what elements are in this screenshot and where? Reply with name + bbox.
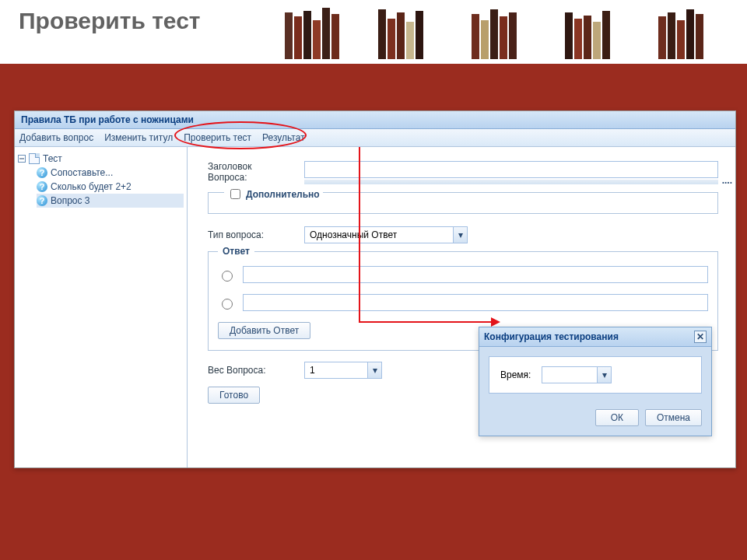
done-button[interactable]: Готово <box>208 387 260 404</box>
window-title: Правила ТБ при работе с ножницами <box>15 111 735 129</box>
additional-checkbox[interactable] <box>230 189 240 199</box>
headline-hint-icon[interactable]: .... <box>722 175 732 186</box>
toolbar-edit-title[interactable]: Изменить титул <box>104 132 173 143</box>
close-icon[interactable]: ✕ <box>694 331 707 343</box>
answers-caption: Ответ <box>218 246 254 257</box>
tree-item-label: Сопоставьте... <box>51 167 113 178</box>
answer-radio[interactable] <box>222 299 233 310</box>
toolbar-add-question[interactable]: Добавить вопрос <box>19 132 93 143</box>
time-combo[interactable]: ▾ <box>542 366 612 383</box>
toolbar-result[interactable]: Результат <box>262 132 305 143</box>
toolbar-check-test[interactable]: Проверить тест <box>184 132 251 143</box>
chevron-down-icon[interactable]: ▾ <box>453 227 467 243</box>
headline-input[interactable] <box>304 161 718 178</box>
collapse-icon[interactable] <box>18 155 26 163</box>
app-window: Правила ТБ при работе с ножницами Добави… <box>14 110 736 468</box>
additional-box: Дополнительно <box>208 192 718 214</box>
question-icon: ? <box>37 181 47 192</box>
type-label: Тип вопроса: <box>208 229 293 240</box>
time-label: Время: <box>500 369 531 380</box>
weight-combo-value: 1 <box>305 365 367 376</box>
stage: Правила ТБ при работе с ножницами Добави… <box>0 64 747 560</box>
tree-root[interactable]: Тест <box>18 152 184 166</box>
headline-label: Заголовок Вопроса: <box>208 161 293 183</box>
weight-label: Вес Вопроса: <box>208 365 293 376</box>
tree-pane: Тест ? Сопоставьте... ? Сколько будет 2+… <box>15 147 188 467</box>
question-icon: ? <box>37 167 47 178</box>
type-combo-value: Однозначный Ответ <box>305 229 453 240</box>
answer-radio[interactable] <box>222 271 233 282</box>
tree-item-selected[interactable]: ? Вопрос 3 <box>37 194 184 208</box>
answer-row <box>218 266 708 283</box>
slide-header: Проверить тест <box>0 0 747 64</box>
toolbar: Добавить вопрос Изменить титул Проверить… <box>15 129 735 147</box>
tree-root-label: Тест <box>43 153 62 164</box>
config-dialog: Конфигурация тестирования ✕ Время: ▾ <box>479 327 712 436</box>
page-icon <box>29 153 40 164</box>
type-combo[interactable]: Однозначный Ответ ▾ <box>304 226 468 243</box>
tree-item[interactable]: ? Сколько будет 2+2 <box>37 180 184 194</box>
question-icon: ? <box>37 195 47 206</box>
dialog-title: Конфигурация тестирования <box>484 331 619 342</box>
tree-item-label: Вопрос 3 <box>51 195 90 206</box>
answer-input[interactable] <box>243 266 708 283</box>
header-photo <box>280 0 747 64</box>
weight-combo[interactable]: 1 ▾ <box>304 362 382 379</box>
answer-row <box>218 294 708 311</box>
tree-item-label: Сколько будет 2+2 <box>51 181 132 192</box>
tree-item[interactable]: ? Сопоставьте... <box>37 166 184 180</box>
dialog-ok-button[interactable]: ОК <box>595 409 639 426</box>
form-pane: Заголовок Вопроса: .... Дополнительно <box>188 147 735 467</box>
add-answer-button[interactable]: Добавить Ответ <box>218 322 310 339</box>
chevron-down-icon[interactable]: ▾ <box>367 362 381 378</box>
page-title: Проверить тест <box>19 8 201 34</box>
answer-input[interactable] <box>243 294 708 311</box>
dialog-cancel-button[interactable]: Отмена <box>645 409 702 426</box>
chevron-down-icon[interactable]: ▾ <box>597 367 611 383</box>
additional-label: Дополнительно <box>246 189 320 200</box>
